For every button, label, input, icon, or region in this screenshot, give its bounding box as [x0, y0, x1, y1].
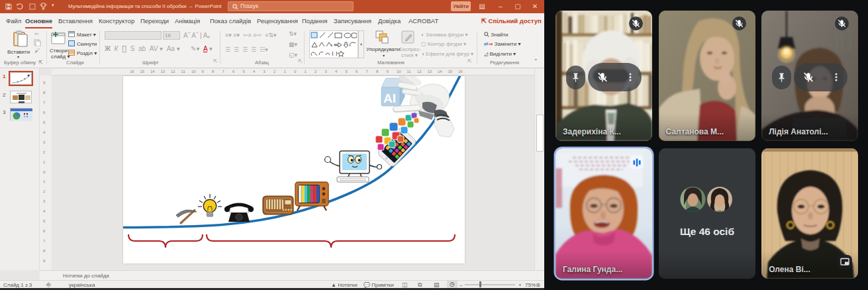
svg-text:AI: AI	[383, 91, 396, 105]
svg-text:Ще 46 осіб: Ще 46 осіб	[680, 226, 734, 237]
